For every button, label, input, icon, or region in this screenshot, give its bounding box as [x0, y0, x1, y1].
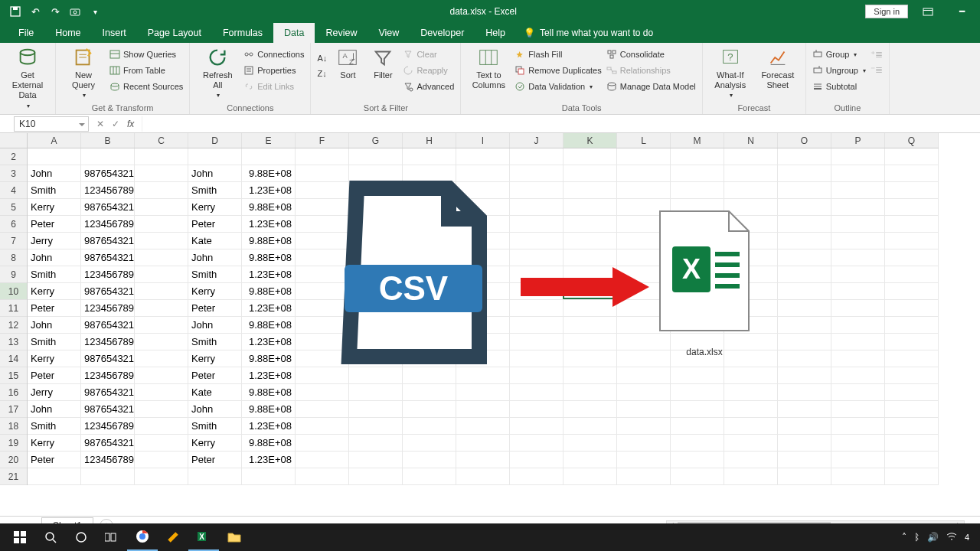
tray-bluetooth-icon[interactable]: ᛒ — [914, 532, 920, 543]
cell[interactable] — [617, 452, 671, 468]
cell[interactable] — [831, 435, 885, 452]
cell[interactable] — [135, 334, 188, 350]
column-header[interactable]: N — [724, 133, 778, 148]
cell[interactable] — [724, 216, 778, 233]
new-query-button[interactable]: New Query▾ — [62, 46, 105, 99]
cell[interactable] — [510, 334, 564, 350]
column-header[interactable]: G — [349, 133, 403, 148]
cell[interactable]: 1.23E+08 — [242, 266, 296, 283]
cell[interactable] — [135, 468, 188, 485]
cell[interactable] — [135, 283, 188, 300]
cell[interactable] — [885, 334, 939, 350]
cell[interactable] — [885, 216, 939, 233]
tab-developer[interactable]: Developer — [410, 23, 475, 43]
tray-clock[interactable]: 4 — [965, 533, 969, 542]
name-box[interactable]: K10 — [14, 116, 89, 132]
tab-home[interactable]: Home — [44, 23, 91, 43]
cell[interactable] — [349, 334, 403, 350]
row-headers[interactable]: 23456789101112131415161718192021 — [0, 148, 28, 485]
cell[interactable]: Smith — [188, 266, 242, 283]
cell[interactable] — [778, 249, 831, 266]
ungroup-button[interactable]: Ungroup▾ — [812, 64, 866, 77]
cell[interactable]: Kerry — [28, 350, 81, 367]
what-if-analysis-button[interactable]: ? What-If Analysis▾ — [709, 46, 752, 99]
cell[interactable] — [510, 148, 564, 165]
tab-page-layout[interactable]: Page Layout — [137, 23, 212, 43]
cell[interactable] — [724, 182, 778, 199]
winamp-icon[interactable] — [158, 523, 188, 551]
cell[interactable] — [135, 216, 188, 233]
row-header[interactable]: 9 — [0, 266, 27, 283]
cell[interactable] — [135, 350, 188, 367]
cell[interactable] — [671, 468, 724, 485]
cell[interactable] — [778, 233, 831, 249]
row-header[interactable]: 3 — [0, 165, 27, 182]
cell[interactable] — [671, 300, 724, 317]
cell[interactable]: Smith — [28, 182, 81, 199]
row-header[interactable]: 2 — [0, 148, 27, 165]
cell[interactable] — [778, 468, 831, 485]
cell[interactable] — [778, 199, 831, 216]
cell[interactable] — [778, 317, 831, 334]
row-header[interactable]: 21 — [0, 468, 27, 485]
cell[interactable]: Peter — [28, 452, 81, 468]
cell[interactable]: Kerry — [188, 199, 242, 216]
cell[interactable] — [778, 435, 831, 452]
cell[interactable] — [456, 165, 510, 182]
cell[interactable] — [671, 283, 724, 300]
cell[interactable] — [135, 300, 188, 317]
row-header[interactable]: 4 — [0, 182, 27, 199]
cell[interactable] — [510, 468, 564, 485]
cell[interactable] — [403, 283, 456, 300]
cell[interactable] — [724, 199, 778, 216]
cell[interactable] — [617, 266, 671, 283]
row-header[interactable]: 6 — [0, 216, 27, 233]
cell[interactable] — [724, 300, 778, 317]
cell[interactable]: Smith — [188, 334, 242, 350]
cell[interactable] — [349, 148, 403, 165]
cell[interactable] — [296, 317, 349, 334]
cell[interactable]: Kerry — [188, 350, 242, 367]
cell[interactable]: Peter — [28, 216, 81, 233]
cell[interactable] — [885, 350, 939, 367]
row-header[interactable]: 19 — [0, 435, 27, 452]
cell[interactable]: Jerry — [28, 384, 81, 401]
cell[interactable] — [617, 165, 671, 182]
cell[interactable]: Kerry — [28, 435, 81, 452]
cell[interactable] — [831, 148, 885, 165]
cell[interactable]: Kate — [188, 384, 242, 401]
formula-input[interactable] — [142, 116, 980, 132]
cell[interactable]: Smith — [28, 266, 81, 283]
data-validation-button[interactable]: Data Validation▾ — [514, 80, 601, 93]
cell[interactable] — [885, 384, 939, 401]
cell[interactable] — [617, 435, 671, 452]
cell[interactable] — [349, 300, 403, 317]
column-header[interactable]: P — [831, 133, 885, 148]
cell[interactable] — [296, 401, 349, 418]
cell[interactable]: Peter — [28, 367, 81, 384]
cell[interactable] — [403, 182, 456, 199]
cell[interactable] — [456, 182, 510, 199]
cell[interactable] — [510, 182, 564, 199]
cell[interactable] — [349, 401, 403, 418]
cell[interactable] — [349, 165, 403, 182]
cell[interactable] — [831, 334, 885, 350]
row-header[interactable]: 16 — [0, 384, 27, 401]
cell[interactable]: Peter — [188, 216, 242, 233]
cell[interactable] — [349, 367, 403, 384]
cell[interactable]: 9.88E+08 — [242, 384, 296, 401]
cell[interactable] — [778, 283, 831, 300]
column-header[interactable]: C — [135, 133, 188, 148]
cell[interactable] — [831, 182, 885, 199]
cell[interactable] — [403, 148, 456, 165]
cell[interactable]: 1.23E+08 — [242, 182, 296, 199]
cell[interactable] — [671, 418, 724, 435]
cell[interactable] — [403, 452, 456, 468]
chrome-icon[interactable] — [127, 523, 158, 551]
cell[interactable] — [671, 317, 724, 334]
spreadsheet-grid[interactable]: ABCDEFGHIJKLMNOPQ 2345678910111213141516… — [0, 133, 980, 516]
cell[interactable] — [885, 452, 939, 468]
cell[interactable] — [135, 418, 188, 435]
cell[interactable] — [831, 283, 885, 300]
cell[interactable] — [510, 317, 564, 334]
